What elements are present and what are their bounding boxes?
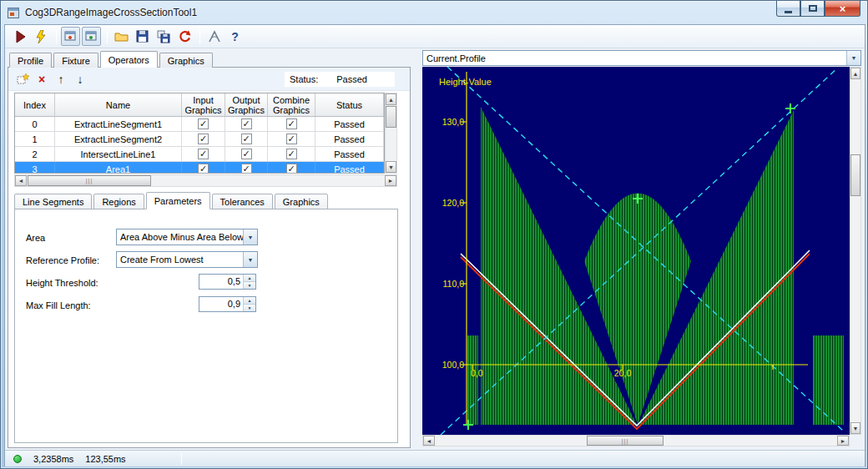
tab-fixture[interactable]: Fixture bbox=[53, 53, 98, 68]
scroll-right-button[interactable]: ► bbox=[837, 436, 849, 446]
plot-horizontal-scrollbar[interactable]: ◄ ||| ► bbox=[422, 435, 850, 446]
chevron-down-icon[interactable]: ▼ bbox=[243, 229, 257, 245]
table-row[interactable]: 1 ExtractLineSegment2 ✓ ✓ ✓ Passed bbox=[15, 132, 384, 147]
height-threshold-stepper[interactable]: 0,5 ▲ ▼ bbox=[199, 274, 256, 290]
table-row-selected[interactable]: 3 Area1 ✓ ✓ ✓ Passed bbox=[15, 162, 384, 174]
x-tick: 20,0 bbox=[614, 368, 632, 378]
output-graphics-checkbox[interactable]: ✓ bbox=[241, 149, 252, 159]
combine-graphics-checkbox[interactable]: ✓ bbox=[286, 134, 297, 144]
combine-graphics-checkbox[interactable]: ✓ bbox=[286, 119, 297, 129]
spin-down-button[interactable]: ▼ bbox=[244, 305, 255, 311]
scroll-thumb[interactable]: ||| bbox=[28, 175, 151, 186]
cell-status: Passed bbox=[315, 117, 384, 132]
y-tick: 120,0 bbox=[442, 198, 464, 208]
tab-graphics[interactable]: Graphics bbox=[159, 53, 213, 68]
minimize-icon bbox=[785, 11, 792, 13]
reference-profile-combobox[interactable]: Create From Lowest ▼ bbox=[116, 251, 258, 268]
scroll-thumb[interactable]: ||| bbox=[587, 436, 664, 446]
output-graphics-checkbox[interactable]: ✓ bbox=[241, 134, 252, 144]
column-header-output-graphics[interactable]: OutputGraphics bbox=[225, 93, 268, 116]
save-icon bbox=[136, 30, 149, 43]
move-down-button[interactable]: ↓ bbox=[72, 71, 88, 88]
display-source-combobox[interactable]: Current.Profile ▼ bbox=[422, 50, 861, 66]
toolbar-separator bbox=[107, 29, 108, 44]
table-row[interactable]: 0 ExtractLineSegment1 ✓ ✓ ✓ Passed bbox=[15, 117, 384, 132]
scroll-left-icon: ◄ bbox=[426, 438, 432, 444]
scroll-left-button[interactable]: ◄ bbox=[15, 175, 27, 186]
save-as-button[interactable] bbox=[154, 27, 173, 46]
maximize-button[interactable] bbox=[800, 1, 825, 17]
output-graphics-checkbox[interactable]: ✓ bbox=[241, 119, 252, 129]
open-button[interactable] bbox=[112, 27, 131, 46]
record-toggle[interactable] bbox=[82, 27, 101, 46]
column-header-combine-graphics[interactable]: CombineGraphics bbox=[268, 93, 315, 116]
reset-button[interactable] bbox=[174, 27, 194, 46]
cell-name: ExtractLineSegment1 bbox=[55, 117, 182, 132]
input-graphics-checkbox[interactable]: ✓ bbox=[198, 164, 209, 174]
scroll-down-button[interactable]: ▼ bbox=[386, 161, 396, 173]
measure-tool-button[interactable] bbox=[204, 27, 224, 46]
tab-profile[interactable]: Profile bbox=[9, 53, 52, 68]
scroll-thumb[interactable] bbox=[386, 106, 396, 128]
max-fill-length-stepper[interactable]: 0,9 ▲ ▼ bbox=[199, 296, 256, 312]
graphics-window-icon bbox=[64, 30, 77, 43]
profile-plot[interactable]: Height-Value 130,0 120,0 110,0 100,0 0,0… bbox=[422, 67, 850, 435]
spin-buttons: ▲ ▼ bbox=[243, 275, 255, 289]
height-threshold-value: 0,5 bbox=[199, 275, 243, 289]
cell-status: Passed bbox=[315, 147, 384, 162]
scroll-up-button[interactable]: ▲ bbox=[850, 68, 860, 79]
add-operator-button[interactable] bbox=[14, 71, 31, 88]
area-value: Area Above Minus Area Below bbox=[117, 229, 243, 245]
area-combobox[interactable]: Area Above Minus Area Below ▼ bbox=[116, 229, 258, 245]
delete-operator-button[interactable]: × bbox=[33, 71, 50, 88]
combine-graphics-checkbox[interactable]: ✓ bbox=[286, 149, 297, 159]
move-up-icon: ↑ bbox=[58, 73, 64, 86]
scroll-right-icon: ► bbox=[840, 438, 846, 444]
column-header-index[interactable]: Index bbox=[15, 93, 55, 116]
subtab-regions[interactable]: Regions bbox=[93, 194, 144, 209]
help-button[interactable]: ? bbox=[225, 27, 245, 46]
subtab-parameters[interactable]: Parameters bbox=[146, 192, 210, 209]
new-operator-icon bbox=[16, 73, 29, 86]
chevron-down-icon[interactable]: ▼ bbox=[846, 51, 860, 65]
chevron-down-icon[interactable]: ▼ bbox=[243, 252, 257, 267]
show-graphics-toggle[interactable] bbox=[61, 27, 80, 46]
height-threshold-label: Height Threshold: bbox=[26, 278, 98, 288]
scroll-left-button[interactable]: ◄ bbox=[423, 436, 435, 446]
scroll-up-button[interactable]: ▲ bbox=[386, 93, 396, 105]
titlebar[interactable]: Cog3DRangeImageCrossSectionTool1 bbox=[1, 1, 867, 24]
save-button[interactable] bbox=[133, 27, 152, 46]
spin-up-button[interactable]: ▲ bbox=[244, 297, 255, 305]
table-vertical-scrollbar[interactable]: ▲ ▼ bbox=[385, 93, 397, 174]
table-header: Index Name InputGraphics OutputGraphics … bbox=[15, 93, 384, 117]
live-run-button[interactable] bbox=[31, 27, 50, 46]
input-graphics-checkbox[interactable]: ✓ bbox=[198, 119, 209, 129]
input-graphics-checkbox[interactable]: ✓ bbox=[198, 134, 209, 144]
subtab-graphics[interactable]: Graphics bbox=[275, 194, 328, 209]
scroll-right-button[interactable]: ► bbox=[385, 175, 396, 186]
column-header-status[interactable]: Status bbox=[315, 93, 384, 116]
scroll-right-icon: ► bbox=[388, 178, 394, 184]
combine-graphics-checkbox[interactable]: ✓ bbox=[286, 164, 297, 174]
input-graphics-checkbox[interactable]: ✓ bbox=[198, 149, 209, 159]
minimize-button[interactable] bbox=[776, 1, 800, 17]
spin-up-button[interactable]: ▲ bbox=[244, 275, 255, 282]
column-header-name[interactable]: Name bbox=[55, 93, 182, 116]
table-row[interactable]: 2 IntersectLineLine1 ✓ ✓ ✓ Passed bbox=[15, 147, 384, 162]
scroll-thumb[interactable] bbox=[850, 154, 860, 196]
table-horizontal-scrollbar[interactable]: ◄ ||| ► bbox=[14, 174, 397, 187]
spin-down-button[interactable]: ▼ bbox=[244, 282, 255, 289]
output-graphics-checkbox[interactable]: ✓ bbox=[241, 164, 252, 174]
scroll-grip: ||| bbox=[622, 438, 628, 444]
subtab-tolerances[interactable]: Tolerances bbox=[212, 194, 273, 209]
plot-vertical-scrollbar[interactable]: ▲ ▼ bbox=[850, 67, 861, 435]
scroll-down-button[interactable]: ▼ bbox=[850, 422, 860, 434]
move-up-button[interactable]: ↑ bbox=[53, 71, 69, 88]
run-button[interactable] bbox=[10, 27, 29, 46]
close-button[interactable]: × bbox=[825, 1, 860, 17]
tab-operators[interactable]: Operators bbox=[100, 51, 158, 68]
subtab-line-segments[interactable]: Line Segments bbox=[14, 194, 92, 209]
column-header-input-graphics[interactable]: InputGraphics bbox=[182, 93, 225, 116]
main-toolbar: ? bbox=[5, 25, 865, 48]
status-bar: 3,2358ms 123,55ms bbox=[5, 450, 865, 466]
